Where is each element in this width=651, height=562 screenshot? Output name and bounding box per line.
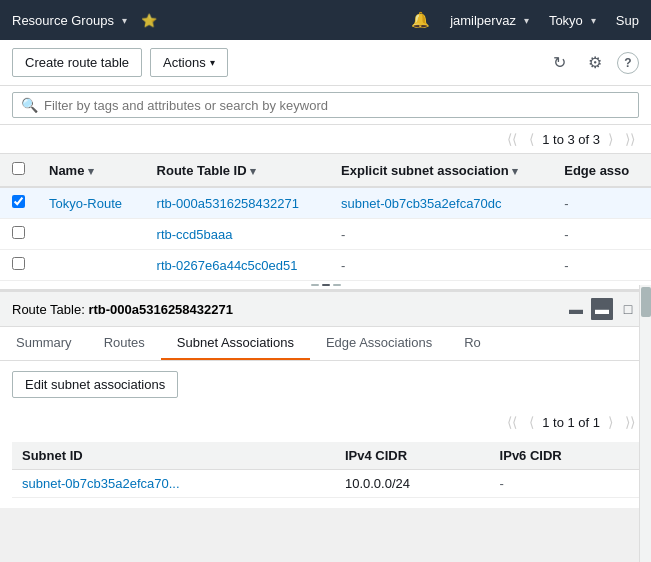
col-header-route-table-id: Route Table ID ▾ [145,154,330,187]
row-checkbox-cell[interactable] [0,250,37,281]
sub-row-ipv6-cidr: - [490,470,639,498]
next-page-button[interactable]: ⟩ [604,129,617,149]
route-table: Name ▾ Route Table ID ▾ Explicit subnet … [0,154,651,281]
route-table-header: Route Table: rtb-000a5316258432271 ▬ ▬ □ [0,292,651,327]
edit-subnet-associations-button[interactable]: Edit subnet associations [12,371,178,398]
bottom-panel: Route Table: rtb-000a5316258432271 ▬ ▬ □… [0,290,651,508]
tab-subnet-associations[interactable]: Subnet Associations [161,327,310,360]
table-row[interactable]: rtb-ccd5baaa - - [0,219,651,250]
tab-summary[interactable]: Summary [0,327,88,360]
scroll-dot-active [322,284,330,286]
first-page-button[interactable]: ⟨⟨ [503,129,521,149]
sub-col-ipv4-cidr: IPv4 CIDR [335,442,490,470]
pagination-row: ⟨⟨ ⟨ 1 to 3 of 3 ⟩ ⟩⟩ [0,125,651,154]
row-checkbox-cell[interactable] [0,219,37,250]
row-checkbox-cell[interactable] [0,187,37,219]
sub-pagination-text: 1 to 1 of 1 [542,415,600,430]
tab-more[interactable]: Ro [448,327,497,360]
right-scrollbar[interactable] [639,285,651,562]
scrollbar-thumb [641,287,651,317]
top-navigation: Resource Groups ▾ ⭐ 🔔 jamilpervaz ▾ Toky… [0,0,651,40]
row-id-link[interactable]: rtb-ccd5baaa [157,227,233,242]
row-explicit-subnet: subnet-0b7cb35a2efca70dc [329,187,552,219]
search-icon: 🔍 [21,97,38,113]
search-input-wrap[interactable]: 🔍 [12,92,639,118]
row-checkbox[interactable] [12,226,25,239]
region-label[interactable]: Tokyo [549,13,583,28]
actions-label: Actions [163,55,206,70]
row-id-link[interactable]: rtb-000a5316258432271 [157,196,299,211]
col-header-explicit-subnet: Explicit subnet association ▾ [329,154,552,187]
scroll-indicator [0,281,651,290]
row-route-table-id: rtb-000a5316258432271 [145,187,330,219]
subnet-associations-table: Subnet ID IPv4 CIDR IPv6 CIDR subnet-0b7… [12,442,639,498]
row-edge-assoc: - [552,219,651,250]
sub-row-subnet-id: subnet-0b7cb35a2efca70... [12,470,335,498]
toolbar: Create route table Actions ▾ ↻ ⚙ ? [0,40,651,86]
route-table-id: rtb-000a5316258432271 [88,302,233,317]
row-id-link[interactable]: rtb-0267e6a44c5c0ed51 [157,258,298,273]
sub-last-page-button[interactable]: ⟩⟩ [621,412,639,432]
row-explicit-subnet: - [329,250,552,281]
user-chevron[interactable]: ▾ [524,15,529,26]
resource-groups-chevron[interactable]: ▾ [122,15,127,26]
row-edge-assoc: - [552,250,651,281]
route-table-label: Route Table: rtb-000a5316258432271 [12,302,233,317]
sub-prev-page-button[interactable]: ⟨ [525,412,538,432]
sub-row-subnet-link[interactable]: subnet-0b7cb35a2efca70... [22,476,180,491]
sub-col-subnet-id: Subnet ID [12,442,335,470]
resource-groups-label[interactable]: Resource Groups [12,13,114,28]
route-table-label-text: Route Table: [12,302,85,317]
row-name-link[interactable]: Tokyo-Route [49,196,122,211]
search-bar: 🔍 [0,86,651,125]
row-name [37,219,145,250]
row-route-table-id: rtb-ccd5baaa [145,219,330,250]
tab-content-subnet-associations: Edit subnet associations ⟨⟨ ⟨ 1 to 1 of … [0,361,651,508]
select-all-checkbox[interactable] [12,162,25,175]
bottom-panel-tabs: Summary Routes Subnet Associations Edge … [0,327,651,361]
route-table-list: Name ▾ Route Table ID ▾ Explicit subnet … [0,154,651,281]
panel-minimize-icon[interactable]: ▬ [565,298,587,320]
sub-col-ipv6-cidr: IPv6 CIDR [490,442,639,470]
sub-table-wrap: Subnet ID IPv4 CIDR IPv6 CIDR subnet-0b7… [12,442,639,498]
sub-first-page-button[interactable]: ⟨⟨ [503,412,521,432]
tab-edge-associations[interactable]: Edge Associations [310,327,448,360]
actions-chevron: ▾ [210,57,215,68]
user-label[interactable]: jamilpervaz [450,13,516,28]
sub-pagination: ⟨⟨ ⟨ 1 to 1 of 1 ⟩ ⟩⟩ [12,408,639,436]
bell-icon[interactable]: 🔔 [411,11,430,29]
row-edge-assoc: - [552,187,651,219]
row-name: Tokyo-Route [37,187,145,219]
table-row[interactable]: rtb-0267e6a44c5c0ed51 - - [0,250,651,281]
last-page-button[interactable]: ⟩⟩ [621,129,639,149]
scroll-dot [311,284,319,286]
header-checkbox-col[interactable] [0,154,37,187]
tab-routes[interactable]: Routes [88,327,161,360]
help-icon[interactable]: ? [617,52,639,74]
row-subnet-link[interactable]: subnet-0b7cb35a2efca70dc [341,196,501,211]
refresh-icon[interactable]: ↻ [545,49,573,77]
settings-icon[interactable]: ⚙ [581,49,609,77]
sub-row-ipv4-cidr: 10.0.0.0/24 [335,470,490,498]
row-checkbox[interactable] [12,257,25,270]
row-name [37,250,145,281]
panel-icons: ▬ ▬ □ [565,298,639,320]
row-checkbox[interactable] [12,195,25,208]
scroll-dot-2 [333,284,341,286]
bookmark-icon[interactable]: ⭐ [141,13,157,28]
region-chevron[interactable]: ▾ [591,15,596,26]
row-explicit-subnet: - [329,219,552,250]
sub-table-row: subnet-0b7cb35a2efca70... 10.0.0.0/24 - [12,470,639,498]
col-header-name: Name ▾ [37,154,145,187]
col-header-edge-assoc: Edge asso [552,154,651,187]
prev-page-button[interactable]: ⟨ [525,129,538,149]
panel-maximize-icon[interactable]: □ [617,298,639,320]
actions-button[interactable]: Actions ▾ [150,48,228,77]
row-route-table-id: rtb-0267e6a44c5c0ed51 [145,250,330,281]
table-row[interactable]: Tokyo-Route rtb-000a5316258432271 subnet… [0,187,651,219]
search-input[interactable] [44,98,630,113]
panel-split-icon[interactable]: ▬ [591,298,613,320]
support-label[interactable]: Sup [616,13,639,28]
sub-next-page-button[interactable]: ⟩ [604,412,617,432]
create-route-table-button[interactable]: Create route table [12,48,142,77]
